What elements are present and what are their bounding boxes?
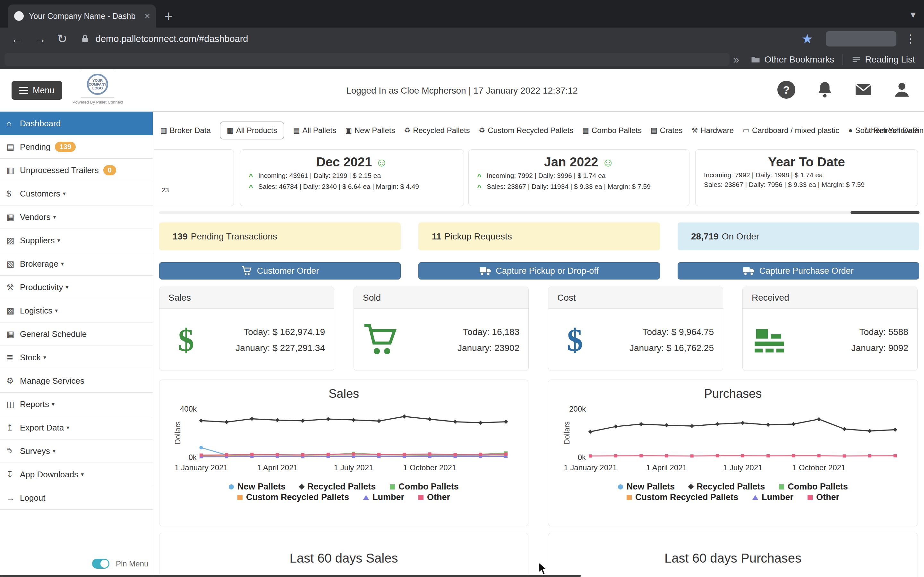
- sidebar-item-stock[interactable]: ≣ Stock ▾: [0, 346, 153, 369]
- downloads-icon: ↧: [6, 470, 20, 480]
- pin-menu-toggle[interactable]: [92, 559, 110, 569]
- product-tab[interactable]: ▭ Cardboard / mixed plastic: [743, 126, 839, 135]
- sidebar-item-logout[interactable]: → Logout: [0, 486, 153, 510]
- month-summary-row: 23 Dec 2021☺ ^Incoming: 43961 | Daily: 2…: [159, 149, 919, 206]
- sidebar-item-productivity[interactable]: ⚒ Productivity ▾: [0, 276, 153, 299]
- stat-card: Sold Today: 16,183 January: 23902: [354, 287, 529, 371]
- chevron-down-icon: ▾: [57, 237, 60, 244]
- action-button[interactable]: Capture Purchase Order: [678, 262, 919, 279]
- sidebar-item-app-downloads[interactable]: ↧ App Downloads ▾: [0, 463, 153, 486]
- status-alert: 139Pending Transactions: [159, 222, 401, 250]
- month-summary-card: Jan 2022☺ ^Incoming: 7992 | Daily: 3996 …: [468, 149, 690, 206]
- product-tab[interactable]: ▥ Broker Data: [160, 126, 211, 135]
- trend-up-icon: ^: [249, 183, 258, 192]
- services-icon: ⚙: [6, 376, 20, 386]
- legend-marker-icon: [418, 495, 423, 500]
- sidebar-item-brokerage[interactable]: ▧ Brokerage ▾: [0, 252, 153, 276]
- sidebar-item-dashboard[interactable]: ⌂ Dashboard: [0, 112, 153, 135]
- messages-envelope-icon[interactable]: [854, 81, 873, 99]
- page-horizontal-scrollbar-thumb[interactable]: [0, 575, 581, 577]
- forward-button[interactable]: →: [34, 32, 46, 46]
- svg-text:0k: 0k: [577, 453, 586, 462]
- product-tab[interactable]: ▣ New Pallets: [345, 126, 395, 135]
- sidebar-item-vendors[interactable]: ▦ Vendors ▾: [0, 205, 153, 229]
- sidebar-item-surveys[interactable]: ✎ Surveys ▾: [0, 440, 153, 463]
- action-button[interactable]: Capture Pickup or Drop-off: [418, 262, 660, 279]
- sidebar-item-reports[interactable]: ◫ Reports ▾: [0, 393, 153, 416]
- product-tab[interactable]: ▤ Crates: [651, 126, 682, 135]
- browser-tab-strip: Your Company Name - Dashbo × + ▾: [0, 0, 924, 27]
- status-alert: 28,719On Order: [678, 222, 919, 250]
- back-button[interactable]: ←: [11, 32, 23, 46]
- purchases-chart-card: Purchases 0k200kDollars1 January 20211 A…: [548, 380, 918, 526]
- sidebar-item-pending[interactable]: ▤ Pending 139: [0, 135, 153, 159]
- legend-marker-icon: [363, 495, 369, 500]
- sidebar-item-export-data[interactable]: ↥ Export Data ▾: [0, 416, 153, 440]
- sidebar-item-manage-services[interactable]: ⚙ Manage Services: [0, 369, 153, 393]
- divider: [843, 54, 843, 65]
- last-60-days-card: Last 60 days Sales: [159, 533, 528, 577]
- reading-list-icon: [851, 55, 861, 64]
- svg-text:1 July 2021: 1 July 2021: [723, 463, 762, 472]
- product-tab[interactable]: ▦ Combo Pallets: [582, 126, 642, 135]
- stat-card: Received Today: 5588 January: 9092: [742, 287, 918, 371]
- refresh-data-button[interactable]: ↻ Refresh Data: [864, 126, 919, 135]
- smiley-icon: ☺: [376, 156, 388, 169]
- suppliers-icon: ▨: [6, 235, 20, 245]
- sidebar: ⌂ Dashboard ▤ Pending 139 ▥ Unprocessed …: [0, 112, 153, 577]
- customers-icon: $: [6, 189, 20, 199]
- bookmarks-empty-area: [5, 53, 730, 66]
- app-header: Menu YOUR COMPANY LOGO Powered By Pallet…: [0, 69, 924, 112]
- month-summary-card: Year To Date Incoming: 7992 | Daily: 199…: [695, 149, 918, 206]
- horizontal-scrollbar-thumb[interactable]: [851, 211, 919, 214]
- tab-close-icon[interactable]: ×: [144, 11, 150, 21]
- product-tab[interactable]: ♻ Custom Recycled Pallets: [479, 126, 573, 135]
- product-tab[interactable]: ♻ Recycled Pallets: [404, 126, 470, 135]
- count-badge: 0: [103, 165, 116, 175]
- sidebar-item-unprocessed-trailers[interactable]: ▥ Unprocessed Trailers 0: [0, 159, 153, 182]
- smiley-icon: ☺: [602, 156, 614, 169]
- chevron-down-icon: ▾: [61, 260, 64, 268]
- legend-marker-icon: [688, 484, 694, 490]
- sidebar-item-customers[interactable]: $ Customers ▾: [0, 182, 153, 205]
- svg-text:Dollars: Dollars: [174, 422, 182, 445]
- reload-button[interactable]: ↻: [57, 32, 67, 46]
- bookmarks-overflow-icon[interactable]: »: [733, 53, 740, 66]
- dashboard-icon: ⌂: [6, 119, 20, 129]
- other-bookmarks-button[interactable]: Other Bookmarks: [764, 55, 834, 65]
- bookmark-star-icon[interactable]: ★: [801, 31, 813, 46]
- site-info-lock-icon[interactable]: [80, 34, 90, 44]
- surveys-icon: ✎: [6, 446, 20, 456]
- sidebar-item-suppliers[interactable]: ▨ Suppliers ▾: [0, 229, 153, 252]
- product-tab[interactable]: ▦ All Products: [220, 121, 284, 139]
- help-icon[interactable]: ?: [777, 81, 796, 99]
- legend-item: Other: [808, 492, 839, 502]
- new-tab-button[interactable]: +: [164, 7, 173, 25]
- chart-title: Purchases: [548, 387, 918, 401]
- product-tab[interactable]: ▤ All Pallets: [293, 126, 336, 135]
- legend-item: Combo Pallets: [390, 482, 459, 492]
- chevron-down-icon: ▾: [53, 213, 56, 221]
- reading-list-button[interactable]: Reading List: [865, 55, 915, 65]
- svg-text:400k: 400k: [180, 405, 197, 413]
- sales-line-chart: 0k400kDollars1 January 20211 April 20211…: [171, 401, 517, 482]
- user-avatar-icon[interactable]: [893, 81, 911, 99]
- tab-search-chevron-icon[interactable]: ▾: [911, 8, 916, 21]
- tab-favicon: [14, 11, 24, 21]
- browser-menu-icon[interactable]: ⋮: [905, 32, 916, 45]
- svg-text:1 January 2021: 1 January 2021: [174, 463, 228, 472]
- sidebar-item-general-schedule[interactable]: ▦ General Schedule: [0, 322, 153, 346]
- vendors-icon: ▦: [6, 212, 20, 222]
- product-tab[interactable]: ⚒ Hardware: [691, 126, 734, 135]
- notifications-bell-icon[interactable]: [816, 81, 834, 99]
- sidebar-item-logistics[interactable]: ▩ Logistics ▾: [0, 299, 153, 322]
- folder-icon: [751, 55, 760, 64]
- profile-chip[interactable]: [826, 31, 897, 47]
- horizontal-scrollbar-track[interactable]: [159, 211, 919, 214]
- action-button[interactable]: Customer Order: [159, 262, 401, 279]
- browser-tab[interactable]: Your Company Name - Dashbo ×: [8, 5, 156, 27]
- logo-caption: Powered By Pallet Connect: [67, 100, 128, 105]
- address-bar[interactable]: demo.palletconnect.com/#dashboard: [95, 34, 248, 44]
- legend-marker-icon: [808, 495, 813, 500]
- chart-legend: New PalletsRecycled PalletsCombo Pallets…: [548, 482, 918, 503]
